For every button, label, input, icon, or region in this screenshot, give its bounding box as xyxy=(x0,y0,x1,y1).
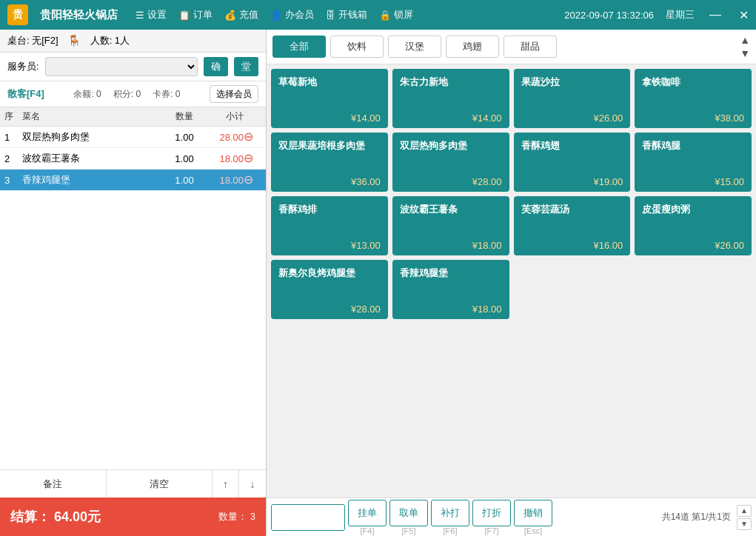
recall-button[interactable]: 取单 xyxy=(389,500,428,526)
menu-item-price: ¥36.00 xyxy=(278,176,381,187)
member-menu[interactable]: 👤 办会员 xyxy=(270,8,314,21)
menu-item[interactable]: 波纹霸王薯条 ¥18.00 xyxy=(392,196,509,255)
order-seq: 1 xyxy=(4,132,22,143)
minimize-button[interactable]: — xyxy=(709,8,721,21)
tab-scroll-down-button[interactable]: ▼ xyxy=(740,47,750,59)
lockscreen-menu[interactable]: 🔒 锁屏 xyxy=(379,8,413,21)
bottom-actions: 备注 清空 ↑ ↓ xyxy=(0,469,266,498)
guest-count: 人数: 1人 xyxy=(90,34,130,47)
menu-item-price: ¥19.00 xyxy=(521,176,623,187)
cashdrawer-menu[interactable]: 🗄 开钱箱 xyxy=(326,8,367,21)
settings-icon: ☰ xyxy=(136,10,144,21)
app-title: 贵阳轻轻火锅店 xyxy=(40,8,118,22)
menu-item[interactable]: 香酥鸡翅 ¥19.00 xyxy=(514,133,631,192)
menu-item-price: ¥28.00 xyxy=(278,304,381,315)
left-panel: 桌台: 无[F2] 🪑 人数: 1人 服务员: 确 堂 散客[F4] 余额: 0… xyxy=(0,30,267,536)
page-up-button[interactable]: ▲ xyxy=(737,505,752,517)
menu-item[interactable]: 香酥鸡排 ¥13.00 xyxy=(271,196,388,255)
settings-menu[interactable]: ☰ 设置 xyxy=(136,8,167,21)
menu-item-price: ¥28.00 xyxy=(400,176,502,187)
menu-item[interactable]: 果蔬沙拉 ¥26.00 xyxy=(514,69,631,128)
menu-item[interactable]: 新奥尔良烤鸡腿堡 ¥28.00 xyxy=(271,260,388,319)
delete-order-button[interactable]: ⊖ xyxy=(244,131,253,143)
menu-item-price: ¥38.00 xyxy=(642,113,744,124)
tab-scroll-arrows: ▲ ▼ xyxy=(740,34,750,59)
weekday-display: 星期三 xyxy=(666,8,695,21)
order-subtotal: 18.00 xyxy=(203,175,244,186)
category-tab-burger[interactable]: 汉堡 xyxy=(388,36,441,58)
recharge-menu[interactable]: 💰 充值 xyxy=(224,8,258,21)
order-seq: 2 xyxy=(4,153,22,164)
close-button[interactable]: ✕ xyxy=(739,8,749,22)
menu-item-price: ¥15.00 xyxy=(642,176,744,187)
menu-item-name: 新奥尔良烤鸡腿堡 xyxy=(278,267,381,280)
page-down-button[interactable]: ▼ xyxy=(737,518,752,530)
member-area: 散客[F4] 余额: 0 积分: 0 卡券: 0 选择会员 xyxy=(0,81,266,107)
checkout-bar[interactable]: 结算： 64.00元 数量： 3 xyxy=(0,498,266,536)
staff-select[interactable] xyxy=(45,57,198,76)
menu-item-price: ¥18.00 xyxy=(400,304,502,315)
menu-item-name: 香酥鸡腿 xyxy=(642,140,744,153)
menu-item[interactable]: 皮蛋瘦肉粥 ¥26.00 xyxy=(635,196,752,255)
order-menu[interactable]: 📋 订单 xyxy=(178,8,213,21)
order-icon: 📋 xyxy=(178,10,190,21)
menu-item[interactable]: 双层热狗多肉堡 ¥28.00 xyxy=(392,133,509,192)
page-info: 共14道 第1/共1页 ▲ ▼ xyxy=(662,505,752,530)
menu-item-name: 皮蛋瘦肉粥 xyxy=(642,204,744,216)
hangsale-button[interactable]: 挂单 xyxy=(348,500,387,526)
delete-order-button[interactable]: ⊖ xyxy=(244,153,253,164)
points-info: 积分: 0 xyxy=(113,88,141,101)
order-qty: 1.00 xyxy=(166,153,203,164)
menu-item[interactable]: 芙蓉芸蔬汤 ¥16.00 xyxy=(514,196,631,255)
member-icon: 👤 xyxy=(270,10,282,21)
cancel-button[interactable]: 撤销 xyxy=(514,500,552,526)
confirm-button[interactable]: 确 xyxy=(204,57,228,76)
discount-button[interactable]: 打折 xyxy=(472,500,511,526)
order-row[interactable]: 2 波纹霸王薯条 1.00 18.00 ⊖ xyxy=(0,148,266,170)
menu-item-price: ¥16.00 xyxy=(521,240,623,251)
main-container: 桌台: 无[F2] 🪑 人数: 1人 服务员: 确 堂 散客[F4] 余额: 0… xyxy=(0,30,756,536)
order-table: 序 菜名 数量 小计 1 双层热狗多肉堡 1.00 28.00 ⊖ 2 波纹霸王… xyxy=(0,107,266,469)
order-row[interactable]: 3 香辣鸡腿堡 1.00 18.00 ⊖ xyxy=(0,170,266,191)
order-name: 双层热狗多肉堡 xyxy=(22,130,166,144)
clear-button[interactable]: 清空 xyxy=(107,470,213,498)
order-name: 香辣鸡腿堡 xyxy=(22,173,166,187)
recall-key: [F5] xyxy=(402,526,416,535)
checkout-qty: 数量： 3 xyxy=(218,510,255,523)
order-name: 波纹霸王薯条 xyxy=(22,152,166,165)
cashdrawer-icon: 🗄 xyxy=(326,10,335,21)
menu-item[interactable]: 香酥鸡腿 ¥15.00 xyxy=(635,133,752,192)
category-tab-wing[interactable]: 鸡翅 xyxy=(446,36,499,58)
reprint-button[interactable]: 补打 xyxy=(431,500,469,526)
delete-order-button[interactable]: ⊖ xyxy=(244,174,253,186)
scroll-up-button[interactable]: ↑ xyxy=(213,470,239,498)
menu-item[interactable]: 草莓新地 ¥14.00 xyxy=(271,69,388,128)
category-tab-all[interactable]: 全部 xyxy=(272,36,326,58)
hall-button[interactable]: 堂 xyxy=(234,57,258,76)
order-subtotal: 28.00 xyxy=(203,132,244,143)
menu-item[interactable]: 朱古力新地 ¥14.00 xyxy=(392,69,509,128)
menu-item[interactable]: 双层果蔬培根多肉堡 ¥36.00 xyxy=(271,133,388,192)
menu-item-name: 双层果蔬培根多肉堡 xyxy=(278,140,381,153)
note-button[interactable]: 备注 xyxy=(0,470,107,498)
select-member-button[interactable]: 选择会员 xyxy=(210,85,258,103)
menu-item[interactable]: 香辣鸡腿堡 ¥18.00 xyxy=(392,260,509,319)
order-row[interactable]: 1 双层热狗多肉堡 1.00 28.00 ⊖ xyxy=(0,127,266,148)
action-input[interactable] xyxy=(271,504,345,531)
header-seq: 序 xyxy=(4,110,22,123)
menu-item-name: 拿铁咖啡 xyxy=(642,76,744,89)
staff-row: 服务员: 确 堂 xyxy=(0,53,266,81)
menu-item-name: 双层热狗多肉堡 xyxy=(400,140,502,153)
order-rows: 1 双层热狗多肉堡 1.00 28.00 ⊖ 2 波纹霸王薯条 1.00 18.… xyxy=(0,127,266,191)
category-tab-drink[interactable]: 饮料 xyxy=(330,36,384,58)
tab-scroll-up-button[interactable]: ▲ xyxy=(740,34,750,46)
category-tab-list: 全部饮料汉堡鸡翅甜品 xyxy=(272,36,732,58)
menu-item-price: ¥18.00 xyxy=(400,240,502,251)
order-seq: 3 xyxy=(4,175,22,186)
discount-key: [F7] xyxy=(485,526,499,535)
menu-item[interactable]: 拿铁咖啡 ¥38.00 xyxy=(635,69,752,128)
scroll-down-button[interactable]: ↓ xyxy=(239,470,266,498)
right-panel: 全部饮料汉堡鸡翅甜品 ▲ ▼ 草莓新地 ¥14.00 朱古力新地 ¥14.00 … xyxy=(267,30,756,536)
app-logo: 贵 xyxy=(7,4,28,25)
category-tab-dessert[interactable]: 甜品 xyxy=(504,36,557,58)
